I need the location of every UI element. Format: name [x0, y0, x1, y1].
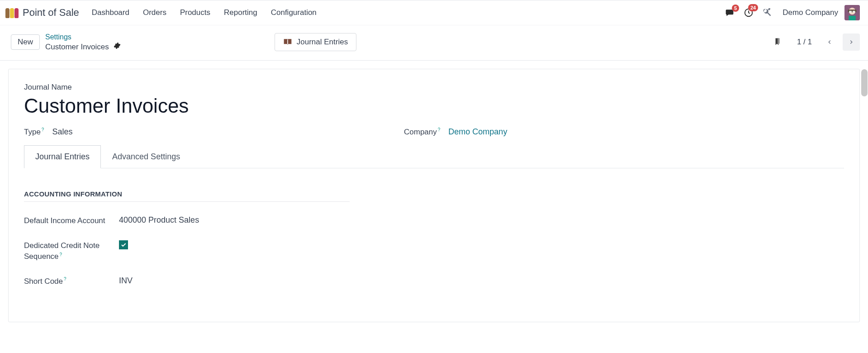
topbar: Point of Sale Dashboard Orders Products … — [0, 0, 868, 25]
bookmark-icon[interactable] — [773, 37, 782, 48]
nav-configuration[interactable]: Configuration — [271, 8, 317, 17]
app-title[interactable]: Point of Sale — [23, 7, 79, 19]
dedicated-credit-note-label: Dedicated Credit Note Sequence? — [24, 240, 119, 262]
nav-reporting[interactable]: Reporting — [224, 8, 257, 17]
chevron-left-icon — [826, 39, 833, 45]
tab-journal-entries[interactable]: Journal Entries — [24, 145, 101, 168]
messages-icon[interactable]: 5 — [725, 8, 735, 17]
pager-text[interactable]: 1 / 1 — [797, 38, 812, 47]
form-sheet: Journal Name Customer Invoices Type? Sal… — [8, 69, 860, 322]
company-help-icon[interactable]: ? — [438, 127, 441, 132]
scrollbar-thumb[interactable] — [861, 69, 868, 96]
nav-products[interactable]: Products — [180, 8, 210, 17]
book-icon — [283, 38, 292, 46]
new-button[interactable]: New — [11, 34, 40, 50]
company-selector[interactable]: Demo Company — [783, 8, 838, 17]
dedicated-credit-note-checkbox[interactable] — [119, 240, 128, 249]
section-accounting-info: ACCOUNTING INFORMATION — [24, 190, 350, 202]
company-value-link[interactable]: Demo Company — [448, 127, 507, 137]
activities-icon[interactable]: 24 — [744, 8, 754, 18]
breadcrumb-current: Customer Invoices — [45, 42, 109, 52]
activities-badge: 24 — [748, 4, 758, 11]
type-help-icon[interactable]: ? — [42, 127, 44, 132]
dedicated-help-icon[interactable]: ? — [60, 252, 62, 257]
control-bar: New Settings Customer Invoices Journal E… — [0, 25, 868, 61]
svg-rect-4 — [849, 11, 852, 13]
nav-orders[interactable]: Orders — [143, 8, 166, 17]
short-code-label: Short Code? — [24, 276, 119, 287]
default-income-account-value[interactable]: 400000 Product Sales — [119, 215, 199, 225]
company-label: Company? — [404, 127, 440, 137]
svg-rect-5 — [853, 11, 855, 13]
app-logo-icon[interactable] — [5, 7, 19, 18]
messages-badge: 5 — [732, 5, 739, 12]
pager-prev-button[interactable] — [821, 33, 838, 51]
short-code-help-icon[interactable]: ? — [64, 277, 66, 281]
pager-area: 1 / 1 — [773, 33, 860, 51]
journal-entries-button-label: Journal Entries — [297, 38, 348, 47]
user-avatar[interactable] — [844, 5, 860, 20]
type-label: Type? — [24, 127, 44, 137]
journal-name-label: Journal Name — [24, 83, 844, 92]
breadcrumb-settings-link[interactable]: Settings — [45, 33, 121, 42]
gear-icon[interactable] — [114, 42, 121, 52]
journal-entries-button[interactable]: Journal Entries — [275, 33, 356, 51]
pager-next-button[interactable] — [843, 33, 860, 51]
tools-icon[interactable] — [763, 8, 772, 17]
breadcrumb: Settings Customer Invoices — [45, 33, 121, 52]
nav-dashboard[interactable]: Dashboard — [92, 8, 129, 17]
default-income-account-label: Default Income Account — [24, 215, 119, 227]
check-icon — [120, 242, 127, 248]
tab-advanced-settings[interactable]: Advanced Settings — [101, 145, 191, 168]
chevron-right-icon — [848, 39, 854, 45]
tabs: Journal Entries Advanced Settings — [24, 145, 844, 168]
type-value[interactable]: Sales — [52, 127, 72, 137]
short-code-value[interactable]: INV — [119, 276, 133, 286]
svg-rect-6 — [849, 16, 855, 20]
journal-name-value[interactable]: Customer Invoices — [24, 95, 844, 117]
